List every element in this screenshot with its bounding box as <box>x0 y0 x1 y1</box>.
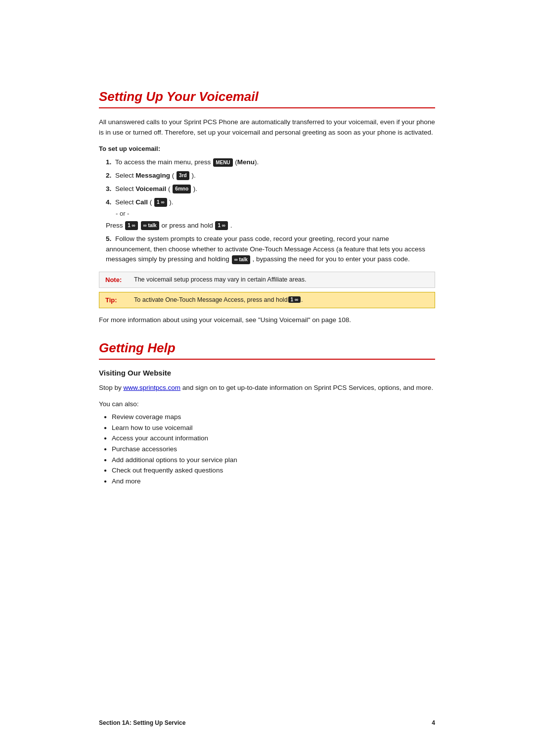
voicemail-key-badge: 6mno <box>173 185 191 193</box>
bullet-list: Review coverage maps Learn how to use vo… <box>104 412 435 486</box>
footer-page-number: 4 <box>432 719 435 726</box>
section1-intro: All unanswered calls to your Sprint PCS … <box>99 117 435 138</box>
press-key-hold: 1 ∞ <box>215 221 227 230</box>
or-line: - or - <box>116 209 435 219</box>
step-4: 4. Select Call ( 1 ∞ ). - or - Press 1 ∞… <box>104 197 435 231</box>
step-5-number: 5. <box>106 235 111 242</box>
messaging-key-badge: 3rd <box>177 171 189 180</box>
step-1-text: To access the main menu, press <box>115 158 213 166</box>
footer-section-label: Section 1A: Setting Up Service <box>99 719 185 726</box>
section2-title: Getting Help <box>99 340 435 360</box>
step-4-number: 4. <box>106 198 111 206</box>
step-3-suffix: ). <box>193 185 197 192</box>
page-container: Setting Up Your Voicemail All unanswered… <box>0 0 534 756</box>
tip-key-badge: 1 ∞ <box>288 296 301 303</box>
step-3: 3. Select Voicemail ( 6mno ). <box>104 184 435 194</box>
step-5-suffix: , bypassing the need for you to enter yo… <box>253 255 410 263</box>
menu-key-badge: MENU <box>213 158 232 167</box>
more-info-text: For more information about using your vo… <box>99 315 435 326</box>
press-key-talk: ∞ talk <box>141 221 159 230</box>
press-key-1: 1 ∞ <box>125 221 137 230</box>
step-2: 2. Select Messaging ( 3rd ). <box>104 171 435 181</box>
note-label: Note: <box>105 276 129 284</box>
step-3-text: Select Voicemail ( <box>115 185 172 192</box>
press-text: Press <box>106 222 125 229</box>
step-1: 1. To access the main menu, press MENU (… <box>104 157 435 168</box>
note-text: The voicemail setup process may vary in … <box>134 276 307 283</box>
bullet-item-7: And more <box>104 476 435 487</box>
bullet-item-2: Learn how to use voicemail <box>104 423 435 433</box>
section1-title: Setting Up Your Voicemail <box>99 89 435 108</box>
website-text-after: and sign on to get up-to-date informatio… <box>182 384 433 391</box>
website-text-before: Stop by <box>99 384 122 391</box>
note-box: Note: The voicemail setup process may va… <box>99 272 435 288</box>
instruction-label: To set up voicemail: <box>99 145 435 152</box>
step-1-menu-label: (Menu). <box>235 158 259 166</box>
step-2-text: Select Messaging ( <box>115 172 176 179</box>
step-5: 5. Follow the system prompts to create y… <box>104 234 435 265</box>
step5-key-badge: ∞ talk <box>232 255 250 264</box>
you-can-also-text: You can also: <box>99 400 435 408</box>
step-2-suffix: ). <box>191 172 195 179</box>
step-2-number: 2. <box>106 172 111 179</box>
tip-box: Tip: To activate One-Touch Message Acces… <box>99 292 435 308</box>
press-line: Press 1 ∞ ∞ talk or press and hold 1 ∞ . <box>106 221 435 231</box>
call-key-badge: 1 ∞ <box>154 198 167 207</box>
tip-text: To activate One-Touch Message Access, pr… <box>134 296 288 303</box>
step-4-suffix: ). <box>169 198 173 206</box>
page-footer: Section 1A: Setting Up Service 4 <box>99 719 435 726</box>
step-4-text: Select Call ( <box>115 198 154 206</box>
steps-list: 1. To access the main menu, press MENU (… <box>104 157 435 265</box>
tip-label: Tip: <box>105 296 129 304</box>
subsection-title: Visiting Our Website <box>99 369 435 377</box>
step-3-number: 3. <box>106 185 111 192</box>
bullet-item-6: Check out frequently asked questions <box>104 465 435 476</box>
bullet-item-5: Add additional options to your service p… <box>104 455 435 466</box>
press-period: . <box>230 222 232 229</box>
bullet-item-3: Access your account information <box>104 433 435 444</box>
tip-suffix: . <box>301 296 303 303</box>
bullet-item-1: Review coverage maps <box>104 412 435 423</box>
website-link[interactable]: www.sprintpcs.com <box>124 384 181 391</box>
step-1-number: 1. <box>106 158 111 166</box>
press-middle-text: or press and hold <box>161 222 215 229</box>
website-paragraph: Stop by www.sprintpcs.com and sign on to… <box>99 383 435 393</box>
bullet-item-4: Purchase accessories <box>104 444 435 455</box>
